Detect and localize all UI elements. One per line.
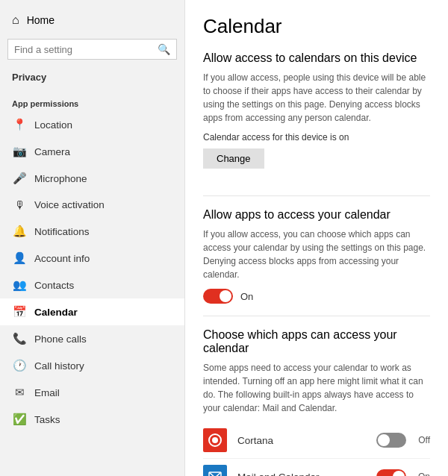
apps-access-toggle-row: On [203,289,430,304]
sidebar-item-label: Account info [34,253,90,264]
search-box[interactable]: 🔍 [7,39,177,60]
app-row-cortana: Cortana Off [203,422,430,459]
divider-1 [203,195,430,196]
mail-toggle[interactable] [376,469,406,476]
contacts-icon: 👥 [12,278,27,292]
cortana-toggle-row: Off [376,433,430,448]
app-permissions-label: App permissions [0,92,184,111]
microphone-icon: 🎤 [12,172,27,185]
sidebar-item-phone[interactable]: 📞 Phone calls [0,325,184,352]
sidebar-item-calendar[interactable]: 📅 Calendar [0,298,184,325]
sidebar-item-label: Camera [34,146,70,157]
calendar-icon: 📅 [12,305,27,319]
cortana-toggle-label: Off [418,435,430,445]
sidebar-item-notifications[interactable]: 🔔 Notifications [0,218,184,245]
phone-icon: 📞 [12,332,27,345]
page-title: Calendar [203,15,430,38]
sidebar-item-tasks[interactable]: ✅ Tasks [0,406,184,433]
sidebar-item-callhistory[interactable]: 🕐 Call history [0,352,184,379]
sidebar-item-location[interactable]: 📍 Location [0,111,184,138]
toggle-thumb [378,434,390,446]
sidebar-item-label: Voice activation [34,199,105,210]
sidebar-item-account[interactable]: 👤 Account info [0,245,184,272]
sidebar-item-label: Notifications [34,226,90,237]
sidebar-item-voice[interactable]: 🎙 Voice activation [0,192,184,218]
sidebar-item-label: Location [34,119,72,131]
section1-title: Allow access to calendars on this device [203,51,430,65]
mail-toggle-row: On [376,469,430,476]
section2-desc: If you allow access, you can choose whic… [203,228,430,281]
cortana-svg [208,433,222,447]
mail-svg [208,472,222,476]
location-icon: 📍 [12,118,27,131]
tasks-icon: ✅ [12,413,27,426]
section3-title: Choose which apps can access your calend… [203,328,430,355]
sidebar-item-microphone[interactable]: 🎤 Microphone [0,165,184,192]
change-button[interactable]: Change [203,148,264,169]
sidebar-item-camera[interactable]: 📷 Camera [0,138,184,165]
divider-2 [203,316,430,316]
voice-icon: 🎙 [12,198,27,211]
section2-title: Allow apps to access your calendar [203,208,430,222]
search-input[interactable] [14,44,158,55]
svg-point-1 [212,437,218,443]
section3-desc: Some apps need to access your calendar t… [203,361,430,415]
main-content: Calendar Allow access to calendars on th… [185,0,448,476]
privacy-section-label: Privacy [0,67,184,84]
toggle-thumb [220,290,231,302]
sidebar: ⌂ Home 🔍 Privacy App permissions 📍 Locat… [0,0,185,476]
sidebar-item-contacts[interactable]: 👥 Contacts [0,272,184,298]
device-status-text: Calendar access for this device is on [203,132,430,143]
cortana-toggle[interactable] [376,433,406,448]
sidebar-item-label: Calendar [34,307,78,318]
app-row-mail: Mail and Calendar On [203,459,430,476]
sidebar-item-label: Call history [34,360,84,372]
callhistory-icon: 🕐 [12,359,27,372]
toggle-thumb [393,471,405,476]
sidebar-item-label: Contacts [34,280,74,291]
sidebar-item-label: Tasks [34,414,60,425]
apps-access-toggle-label: On [240,291,253,302]
home-label: Home [27,14,55,26]
cortana-icon [203,428,227,452]
toggle-track[interactable] [376,469,406,476]
account-icon: 👤 [12,251,27,265]
cortana-app-name: Cortana [237,435,376,446]
toggle-track[interactable] [376,433,406,448]
camera-icon: 📷 [12,145,27,158]
mail-toggle-label: On [418,472,430,476]
mail-app-name: Mail and Calendar [237,472,376,477]
toggle-track[interactable] [203,289,233,304]
notifications-icon: 🔔 [12,225,27,238]
sidebar-item-email[interactable]: ✉ Email [0,379,184,406]
section1-desc: If you allow access, people using this d… [203,71,430,125]
sidebar-home-button[interactable]: ⌂ Home [0,6,184,34]
sidebar-item-label: Microphone [34,173,87,184]
mail-icon [203,465,227,476]
home-icon: ⌂ [12,13,19,27]
search-icon: 🔍 [158,43,170,55]
sidebar-item-label: Phone calls [34,333,87,345]
apps-access-toggle[interactable] [203,289,233,304]
sidebar-item-label: Email [34,387,60,398]
email-icon: ✉ [12,386,27,399]
